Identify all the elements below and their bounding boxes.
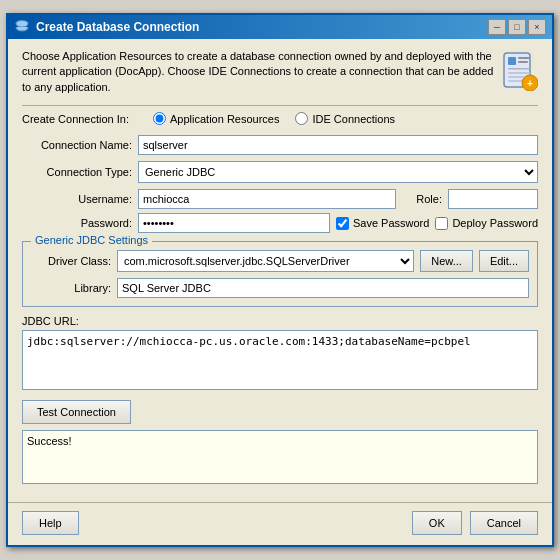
radio-app-resources-label: Application Resources <box>170 113 279 125</box>
main-content: Choose Application Resources to create a… <box>8 39 552 502</box>
help-button[interactable]: Help <box>22 511 79 535</box>
jdbc-section-title: Generic JDBC Settings <box>31 234 152 246</box>
username-label: Username: <box>22 193 132 205</box>
driver-class-row: Driver Class: com.microsoft.sqlserver.jd… <box>31 250 529 272</box>
role-label: Role: <box>402 193 442 205</box>
svg-rect-2 <box>508 57 516 65</box>
svg-rect-6 <box>508 72 530 74</box>
radio-app-resources-input[interactable] <box>153 112 166 125</box>
title-bar-left: Create Database Connection <box>14 19 199 35</box>
svg-rect-4 <box>518 61 528 63</box>
deploy-password-checkbox[interactable] <box>435 217 448 230</box>
connection-name-label: Connection Name: <box>22 139 132 151</box>
connection-type-row: Connection Type: Generic JDBC Oracle (JD… <box>22 161 538 183</box>
library-label: Library: <box>31 282 111 294</box>
username-role-row: Username: Role: <box>22 189 538 209</box>
connection-type-label: Connection Type: <box>22 166 132 178</box>
connection-name-input[interactable] <box>138 135 538 155</box>
test-connection-button[interactable]: Test Connection <box>22 400 131 424</box>
svg-rect-3 <box>518 57 530 59</box>
new-button[interactable]: New... <box>420 250 473 272</box>
radio-ide-connections[interactable]: IDE Connections <box>295 112 395 125</box>
database-icon: + <box>496 49 538 91</box>
description-text: Choose Application Resources to create a… <box>22 49 496 95</box>
save-password-checkbox-group[interactable]: Save Password <box>336 217 429 230</box>
driver-class-select[interactable]: com.microsoft.sqlserver.jdbc.SQLServerDr… <box>117 250 414 272</box>
edit-button[interactable]: Edit... <box>479 250 529 272</box>
status-text: Success! <box>27 435 72 447</box>
radio-app-resources[interactable]: Application Resources <box>153 112 279 125</box>
close-button[interactable]: × <box>528 19 546 35</box>
save-password-label: Save Password <box>353 217 429 229</box>
library-input[interactable] <box>117 278 529 298</box>
radio-ide-connections-input[interactable] <box>295 112 308 125</box>
svg-rect-7 <box>508 76 524 78</box>
deploy-password-checkbox-group[interactable]: Deploy Password <box>435 217 538 230</box>
connection-name-row: Connection Name: <box>22 135 538 155</box>
maximize-button[interactable]: □ <box>508 19 526 35</box>
header-section: Choose Application Resources to create a… <box>22 49 538 95</box>
title-icon <box>14 19 30 35</box>
svg-text:+: + <box>527 78 533 89</box>
role-input[interactable] <box>448 189 538 209</box>
password-row: Password: Save Password Deploy Password <box>22 213 538 233</box>
radio-ide-connections-label: IDE Connections <box>312 113 395 125</box>
bottom-right-buttons: OK Cancel <box>412 511 538 535</box>
status-box: Success! <box>22 430 538 484</box>
jdbc-section: Generic JDBC Settings Driver Class: com.… <box>22 241 538 307</box>
top-divider <box>22 105 538 106</box>
db-icon-container: + <box>496 49 538 93</box>
password-label: Password: <box>22 217 132 229</box>
deploy-password-label: Deploy Password <box>452 217 538 229</box>
minimize-button[interactable]: ─ <box>488 19 506 35</box>
cancel-button[interactable]: Cancel <box>470 511 538 535</box>
save-password-checkbox[interactable] <box>336 217 349 230</box>
create-connection-label: Create Connection In: <box>22 113 129 125</box>
ok-button[interactable]: OK <box>412 511 462 535</box>
connection-type-select[interactable]: Generic JDBC Oracle (JDBC) MySQL (JDBC) … <box>138 161 538 183</box>
radio-row: Create Connection In: Application Resour… <box>22 112 538 125</box>
jdbc-url-section: JDBC URL: jdbc:sqlserver://mchiocca-pc.u… <box>22 315 538 392</box>
password-input[interactable] <box>138 213 330 233</box>
bottom-bar: Help OK Cancel <box>8 502 552 545</box>
library-row: Library: <box>31 278 529 298</box>
title-bar: Create Database Connection ─ □ × <box>8 15 552 39</box>
svg-rect-5 <box>508 68 530 70</box>
driver-class-label: Driver Class: <box>31 255 111 267</box>
title-buttons: ─ □ × <box>488 19 546 35</box>
jdbc-url-input[interactable]: jdbc:sqlserver://mchiocca-pc.us.oracle.c… <box>22 330 538 390</box>
username-input[interactable] <box>138 189 396 209</box>
window-title: Create Database Connection <box>36 20 199 34</box>
jdbc-url-label: JDBC URL: <box>22 315 538 327</box>
main-window: Create Database Connection ─ □ × Choose … <box>6 13 554 547</box>
